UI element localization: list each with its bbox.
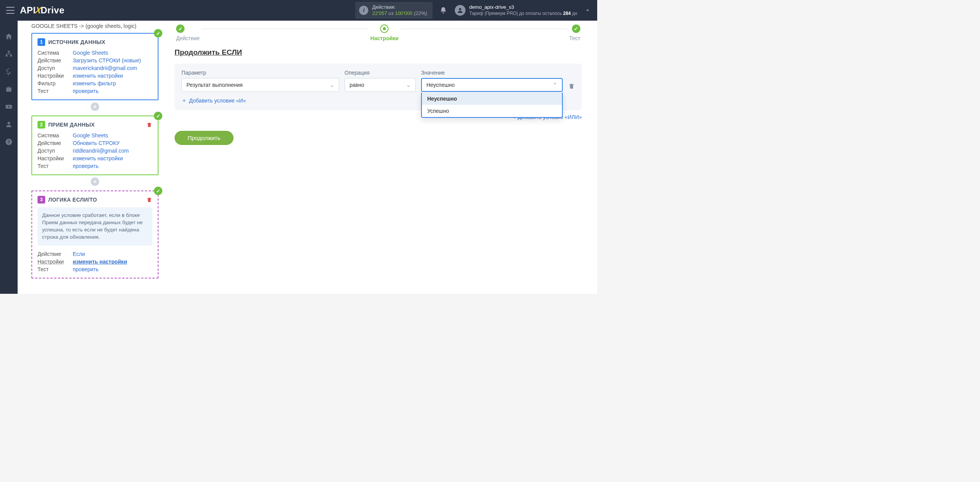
kv-link-action[interactable]: Загрузить СТРОКИ (новые) xyxy=(73,57,152,64)
kv-link-settings[interactable]: изменить настройки xyxy=(73,155,152,161)
step-done-icon: ✓ xyxy=(176,24,185,33)
kv-link-test[interactable]: проверить xyxy=(73,266,152,272)
logic-description: Данное условие сработает, если в блоке П… xyxy=(38,207,152,246)
param-select[interactable]: Результат выполнения ⌄ xyxy=(181,78,339,92)
step-current-icon xyxy=(380,24,389,33)
kv-link-access[interactable]: riddleandrii@gmail.com xyxy=(73,148,152,154)
menu-toggle[interactable] xyxy=(6,7,15,14)
kv-link-action[interactable]: Если xyxy=(73,251,152,257)
add-and-label: Добавить условие «И» xyxy=(189,98,246,104)
actions-label: Действия: xyxy=(372,4,427,10)
dropdown-option[interactable]: Неуспешно xyxy=(422,93,562,105)
kv-key: Доступ xyxy=(38,148,69,154)
card-title: ИСТОЧНИК ДАННЫХ xyxy=(48,39,105,45)
tariff-prefix: Тариф |Премиум PRO| до оплаты осталось xyxy=(469,11,563,16)
dollar-icon[interactable] xyxy=(5,67,13,76)
breadcrumb: GOOGLE SHEETS -> (google sheets, logic) xyxy=(31,21,158,33)
val-dropdown: Неуспешно Успешно xyxy=(421,93,563,118)
param-label: Параметр xyxy=(181,70,339,76)
kv-link-system[interactable]: Google Sheets xyxy=(73,132,152,138)
op-select[interactable]: равно ⌄ xyxy=(345,78,416,92)
tariff-line: Тариф |Премиум PRO| до оплаты осталось 2… xyxy=(469,11,577,16)
val-label: Значение xyxy=(421,70,563,76)
svg-text:?: ? xyxy=(7,139,10,144)
svg-rect-3 xyxy=(10,55,12,57)
step-done-icon: ✓ xyxy=(572,24,580,33)
plus-icon: ＋ xyxy=(181,97,187,104)
kv-key: Доступ xyxy=(38,65,69,71)
svg-rect-1 xyxy=(8,51,10,52)
kv-link-access[interactable]: maverickandrii@gmail.com xyxy=(73,65,152,71)
check-icon: ✓ xyxy=(154,187,162,195)
card-logic[interactable]: ✓ 3 ЛОГИКА ЕСЛИ/ТО Данное условие сработ… xyxy=(31,191,158,278)
kv-key: Система xyxy=(38,132,69,138)
chevron-down-icon[interactable] xyxy=(584,7,591,14)
svg-rect-2 xyxy=(6,55,8,57)
trash-icon[interactable] xyxy=(146,197,152,203)
logo-part-api: API xyxy=(20,5,36,16)
kv-link-settings[interactable]: изменить настройки xyxy=(73,73,152,79)
kv-link-settings[interactable]: изменить настройки xyxy=(73,259,152,265)
kv-key: Система xyxy=(38,50,69,56)
actions-counter[interactable]: i Действия: 22'057 из 100'000 (22%) xyxy=(355,2,432,18)
tariff-days: 284 xyxy=(563,11,571,16)
chevron-up-icon: ⌃ xyxy=(553,82,557,88)
trash-icon[interactable] xyxy=(568,83,575,90)
check-icon: ✓ xyxy=(154,29,162,37)
step-label: Действие xyxy=(176,35,200,41)
home-icon[interactable] xyxy=(5,32,13,41)
dropdown-option[interactable]: Успешно xyxy=(422,105,562,117)
sidenav: ? xyxy=(0,21,18,294)
add-step-button[interactable]: + xyxy=(91,177,99,186)
op-label: Операция xyxy=(345,70,416,76)
main-column: ✓ Действие Настройки ✓ Тест Продолжить Е… xyxy=(165,21,597,294)
tariff-suffix: дн xyxy=(571,11,577,16)
help-icon[interactable]: ? xyxy=(5,138,13,146)
param-value: Результат выполнения xyxy=(186,82,243,88)
kv-link-filter[interactable]: изменить фильтр xyxy=(73,80,152,86)
kv-key: Тест xyxy=(38,266,69,272)
kv-link-test[interactable]: проверить xyxy=(73,163,152,169)
kv-key: Тест xyxy=(38,88,69,94)
kv-key: Действие xyxy=(38,57,69,64)
card-destination[interactable]: ✓ 2 ПРИЕМ ДАННЫХ СистемаGoogle Sheets Де… xyxy=(31,116,158,175)
card-title: ЛОГИКА ЕСЛИ/ТО xyxy=(48,197,97,203)
username: demo_apix-drive_s3 xyxy=(469,4,577,10)
continue-button[interactable]: Продолжить xyxy=(175,131,234,145)
card-source[interactable]: ✓ 1 ИСТОЧНИК ДАННЫХ СистемаGoogle Sheets… xyxy=(31,33,158,100)
chevron-down-icon: ⌄ xyxy=(406,82,411,88)
val-value: Неуспешно xyxy=(426,82,455,88)
section-title: Продолжить ЕСЛИ xyxy=(175,48,582,57)
actions-of: из xyxy=(389,10,394,16)
youtube-icon[interactable] xyxy=(5,103,13,111)
kv-link-action[interactable]: Обновить СТРОКУ xyxy=(73,140,152,146)
add-and-condition[interactable]: ＋ Добавить условие «И» xyxy=(181,97,246,104)
step-action[interactable]: ✓ Действие xyxy=(175,24,201,41)
kv-key: Действие xyxy=(38,251,69,257)
add-step-button[interactable]: + xyxy=(91,103,99,111)
kv-key: Настройки xyxy=(38,155,69,161)
kv-link-test[interactable]: проверить xyxy=(73,88,152,94)
left-column: GOOGLE SHEETS -> (google sheets, logic) … xyxy=(18,21,165,294)
val-select[interactable]: Неуспешно ⌃ xyxy=(421,78,563,92)
trash-icon[interactable] xyxy=(146,122,152,128)
check-icon: ✓ xyxy=(154,112,162,120)
actions-used: 22'057 xyxy=(372,10,387,16)
actions-pct: (22%) xyxy=(414,10,427,16)
actions-text: Действия: 22'057 из 100'000 (22%) xyxy=(372,4,427,16)
op-value: равно xyxy=(350,82,364,88)
bell-icon[interactable] xyxy=(439,7,447,14)
avatar[interactable] xyxy=(455,5,466,16)
kv-link-system[interactable]: Google Sheets xyxy=(73,50,152,56)
logo[interactable]: APIXDrive xyxy=(20,5,65,16)
flow-icon[interactable] xyxy=(5,50,13,58)
stepper: ✓ Действие Настройки ✓ Тест xyxy=(175,24,582,41)
topbar: APIXDrive i Действия: 22'057 из 100'000 … xyxy=(0,0,597,21)
step-label: Тест xyxy=(569,35,580,41)
step-settings[interactable]: Настройки xyxy=(369,24,400,41)
step-test[interactable]: ✓ Тест xyxy=(568,24,582,41)
card-number: 3 xyxy=(38,196,45,204)
user-icon[interactable] xyxy=(5,120,13,129)
briefcase-icon[interactable] xyxy=(5,85,13,93)
user-block[interactable]: demo_apix-drive_s3 Тариф |Премиум PRO| д… xyxy=(469,4,577,16)
